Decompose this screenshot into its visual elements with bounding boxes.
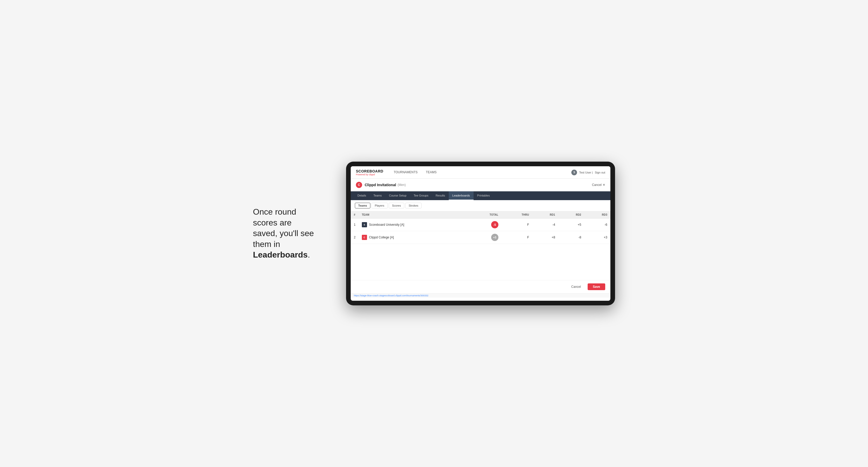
avatar: S: [571, 169, 577, 175]
tab-tee-groups[interactable]: Tee Groups: [410, 191, 432, 200]
row2-total: +3: [468, 231, 501, 244]
tablet-device: SCOREBOARD Powered by clippd TOURNAMENTS…: [346, 162, 615, 305]
tab-results[interactable]: Results: [432, 191, 449, 200]
subtab-teams[interactable]: Teams: [355, 203, 370, 209]
table-row: 1 S Scoreboard University [A] -5 F -4: [351, 218, 610, 231]
save-button[interactable]: Save: [588, 283, 605, 290]
subtab-scores[interactable]: Scores: [389, 203, 404, 209]
left-description: Once round scores are saved, you'll see …: [253, 207, 331, 260]
row1-team-name: Scoreboard University [A]: [369, 223, 404, 226]
tournament-title: Clippd Invitational: [365, 183, 396, 187]
sub-tabs: Teams Players Scores Strokes: [351, 200, 610, 211]
modal-footer: Cancel Save: [351, 280, 610, 293]
col-rank: #: [351, 211, 359, 218]
leaderboard-table: # TEAM TOTAL THRU RD1 RD2 RD3 1: [351, 211, 610, 244]
row1-rank: 1: [351, 218, 359, 231]
tab-details[interactable]: Details: [354, 191, 370, 200]
main-nav: TOURNAMENTS TEAMS: [390, 166, 441, 179]
row2-rd3: +3: [584, 231, 610, 244]
nav-right: S Test User | Sign out: [571, 169, 605, 175]
row1-thru: F: [501, 218, 532, 231]
row1-rd3: -6: [584, 218, 610, 231]
nav-tournaments[interactable]: TOURNAMENTS: [390, 166, 422, 179]
row2-score-badge: +3: [491, 234, 498, 241]
row2-team: C Clippd College [A]: [359, 231, 468, 244]
row1-rd2: +5: [558, 218, 584, 231]
logo-area: SCOREBOARD Powered by clippd: [356, 169, 383, 176]
cancel-button[interactable]: Cancel: [567, 283, 585, 290]
status-bar: https://stage-blue-coach.stagescoboard.c…: [351, 293, 610, 298]
col-team: TEAM: [359, 211, 468, 218]
row1-team: S Scoreboard University [A]: [359, 218, 468, 231]
row2-team-logo: C: [362, 235, 367, 240]
tab-leaderboards[interactable]: Leaderboards: [449, 191, 473, 200]
tournament-header: C Clippd Invitational (Men) Cancel ✕: [351, 179, 610, 191]
content-spacer: [351, 244, 610, 280]
tab-nav: Details Teams Course Setup Tee Groups Re…: [351, 191, 610, 200]
tablet-screen: SCOREBOARD Powered by clippd TOURNAMENTS…: [351, 166, 610, 301]
row2-rd1: +8: [532, 231, 558, 244]
subtab-strokes[interactable]: Strokes: [405, 203, 422, 209]
table-row: 2 C Clippd College [A] +3 F +8 -8: [351, 231, 610, 244]
logo-text: SCOREBOARD: [356, 169, 383, 173]
row2-team-name: Clippd College [A]: [369, 236, 394, 239]
col-total: TOTAL: [468, 211, 501, 218]
tournament-gender: (Men): [398, 183, 406, 187]
row1-score-badge: -5: [491, 221, 498, 228]
sign-out-link[interactable]: Sign out: [595, 171, 605, 174]
logo-sub: Powered by clippd: [356, 173, 383, 176]
tab-course-setup[interactable]: Course Setup: [385, 191, 410, 200]
tab-printables[interactable]: Printables: [473, 191, 494, 200]
row1-team-logo: S: [362, 222, 367, 227]
subtab-players[interactable]: Players: [371, 203, 388, 209]
col-thru: THRU: [501, 211, 532, 218]
col-rd3: RD3: [584, 211, 610, 218]
row2-rank: 2: [351, 231, 359, 244]
col-rd1: RD1: [532, 211, 558, 218]
row1-total: -5: [468, 218, 501, 231]
tournament-logo: C: [356, 182, 362, 188]
col-rd2: RD2: [558, 211, 584, 218]
cancel-tournament[interactable]: Cancel ✕: [592, 183, 605, 187]
tab-teams[interactable]: Teams: [370, 191, 385, 200]
close-icon: ✕: [602, 183, 605, 187]
row1-rd1: -4: [532, 218, 558, 231]
row2-thru: F: [501, 231, 532, 244]
nav-teams[interactable]: TEAMS: [422, 166, 441, 179]
row2-rd2: -8: [558, 231, 584, 244]
status-url: https://stage-blue-coach.stagescoboard.c…: [354, 294, 428, 297]
user-name: Test User |: [579, 171, 593, 174]
nav-bar: SCOREBOARD Powered by clippd TOURNAMENTS…: [351, 166, 610, 179]
